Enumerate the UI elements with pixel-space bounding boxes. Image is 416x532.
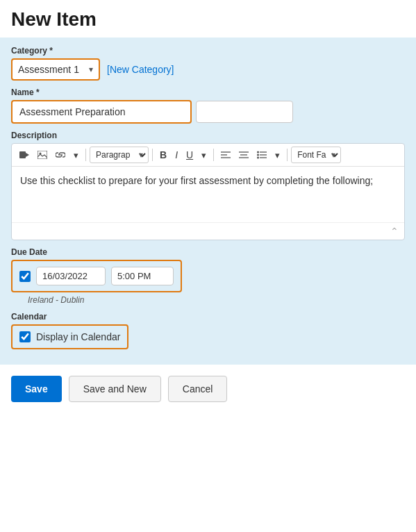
name-label: Name * xyxy=(11,88,405,97)
video-toolbar-btn[interactable] xyxy=(16,149,33,160)
paragraph-select-wrapper: Paragrap Heading 1 Heading 2 xyxy=(90,147,149,163)
editor-footer: ⌃ xyxy=(12,222,404,240)
save-and-new-button[interactable]: Save and New xyxy=(69,376,161,402)
font-select-wrapper: Font Far Arial Georgia xyxy=(291,147,341,163)
link-toolbar-btn[interactable] xyxy=(52,149,69,160)
new-category-link[interactable]: [New Category] xyxy=(107,64,174,75)
due-time-input[interactable] xyxy=(111,267,174,285)
calendar-label: Calendar xyxy=(11,312,405,322)
editor-text: Use this checklist to prepare for your f… xyxy=(20,175,373,186)
due-date-section: Due Date Ireland - Dublin xyxy=(11,247,405,305)
name-input-wrapper xyxy=(11,100,192,124)
format-more-btn[interactable]: ▾ xyxy=(198,148,210,163)
calendar-section: Calendar Display in Calendar xyxy=(11,312,405,349)
display-in-calendar-label: Display in Calendar xyxy=(36,331,120,342)
italic-btn[interactable]: I xyxy=(172,147,181,163)
insert-more-btn[interactable]: ▾ xyxy=(70,148,82,163)
toolbar-divider-2 xyxy=(152,149,153,161)
svg-point-13 xyxy=(257,154,259,156)
timezone-text: Ireland - Dublin xyxy=(11,295,405,305)
svg-marker-1 xyxy=(26,153,29,157)
category-label: Category * xyxy=(11,46,405,56)
list-btn[interactable] xyxy=(253,149,270,161)
name-field: Name * xyxy=(11,88,405,124)
save-button[interactable]: Save xyxy=(11,376,62,402)
button-row: Save Save and New Cancel xyxy=(0,365,416,413)
svg-point-15 xyxy=(257,157,259,159)
align-center-btn[interactable] xyxy=(235,149,252,161)
page-title: New Item xyxy=(0,0,416,38)
category-select[interactable]: Assessment 1 Assessment 2 Assessment 3 xyxy=(13,60,99,79)
form-container: Category * Assessment 1 Assessment 2 Ass… xyxy=(0,38,416,365)
calendar-inner: Display in Calendar xyxy=(11,324,128,349)
toolbar-divider-1 xyxy=(85,149,86,161)
editor-content[interactable]: Use this checklist to prepare for your f… xyxy=(12,167,404,222)
paragraph-select[interactable]: Paragrap Heading 1 Heading 2 xyxy=(90,147,149,163)
bold-btn[interactable]: B xyxy=(156,147,170,163)
display-in-calendar-checkbox[interactable] xyxy=(19,331,31,342)
svg-rect-0 xyxy=(19,151,26,158)
font-select[interactable]: Font Far Arial Georgia xyxy=(291,147,341,163)
due-date-checkbox[interactable] xyxy=(19,271,31,282)
due-date-label: Due Date xyxy=(11,247,405,257)
toolbar-divider-4 xyxy=(287,149,288,161)
resize-icon: ⌃ xyxy=(390,226,399,237)
due-date-inner xyxy=(11,260,182,292)
editor-container: ▾ Paragrap Heading 1 Heading 2 B I U ▾ xyxy=(11,143,405,240)
category-row: Assessment 1 Assessment 2 Assessment 3 [… xyxy=(11,58,405,81)
name-input[interactable] xyxy=(13,101,190,122)
image-toolbar-btn[interactable] xyxy=(34,149,51,161)
align-left-btn[interactable] xyxy=(217,149,234,161)
svg-rect-2 xyxy=(38,151,47,159)
editor-toolbar: ▾ Paragrap Heading 1 Heading 2 B I U ▾ xyxy=(12,144,404,167)
description-field: Description ▾ Paragrap Heading 1 xyxy=(11,131,405,240)
due-date-input[interactable] xyxy=(36,267,106,285)
underline-btn[interactable]: U xyxy=(183,147,197,163)
category-field: Category * Assessment 1 Assessment 2 Ass… xyxy=(11,46,405,81)
description-label: Description xyxy=(11,131,405,140)
due-date-row xyxy=(19,267,174,285)
toolbar-divider-3 xyxy=(213,149,214,161)
name-input-secondary[interactable] xyxy=(196,101,293,123)
category-select-wrapper: Assessment 1 Assessment 2 Assessment 3 xyxy=(11,58,100,81)
svg-point-11 xyxy=(257,151,259,153)
list-more-btn[interactable]: ▾ xyxy=(272,148,283,163)
cancel-button[interactable]: Cancel xyxy=(168,376,228,402)
